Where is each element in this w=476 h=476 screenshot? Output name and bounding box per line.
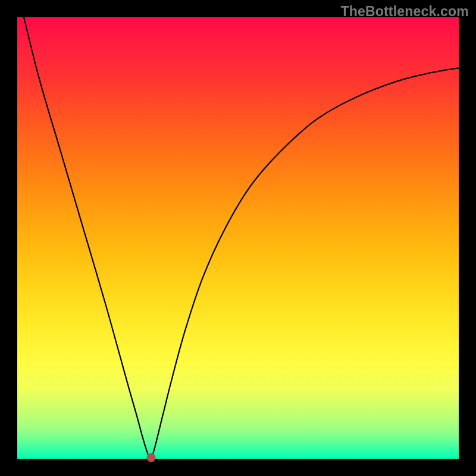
plot-area [17, 17, 459, 459]
watermark-text: TheBottleneck.com [340, 4, 469, 20]
bottleneck-curve-path [24, 17, 459, 457]
curve-svg [17, 17, 459, 459]
minimum-marker [146, 453, 155, 462]
chart-frame: TheBottleneck.com [0, 0, 476, 476]
